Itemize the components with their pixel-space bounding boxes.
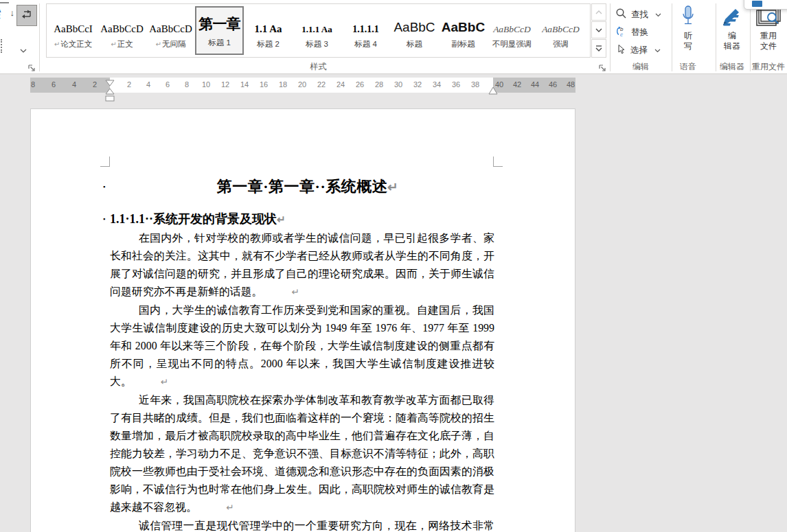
body-paragraph[interactable]: 国内，大学生的诚信教育工作历来受到党和国家的重视。自建国后，我国大学生诚信制度建… <box>110 301 494 391</box>
select-label: 选择 <box>630 45 648 56</box>
style-preview: AaBbC <box>391 11 437 37</box>
ruler-number: 4 <box>72 80 76 89</box>
style-gallery-item[interactable]: 1.1.1 Aa标题 3 <box>293 6 341 55</box>
chevron-down-icon <box>655 10 661 19</box>
style-label: 标题 4 <box>343 39 389 49</box>
sort-icon[interactable]: AZ↓ <box>0 8 14 25</box>
style-preview: 1.1 Aa <box>245 11 291 37</box>
ruler-number: 46 <box>549 80 557 89</box>
ruler-number: 40 <box>495 80 503 89</box>
search-icon <box>615 8 627 21</box>
style-label: 标题 3 <box>294 39 340 49</box>
group-separator <box>672 3 672 71</box>
reuse-files-label: 重用文件 <box>760 31 777 51</box>
select-button[interactable]: 选择 <box>615 43 661 58</box>
ruler-number: 48 <box>567 80 575 89</box>
find-button[interactable]: 查找 <box>615 7 661 22</box>
word-window: { "colors": { "accent_blue": "#2e75b6", … <box>0 0 787 532</box>
document-content: ▪ 第一章·第一章··系统概述↵ ▪ 1.1·1.1··系统开发的背景及现状↵ … <box>110 176 494 532</box>
ruler-number: 42 <box>513 80 521 89</box>
replace-icon: b c <box>615 25 627 39</box>
ruler-number: 16 <box>260 80 268 89</box>
down-arrow-icon: ↓ <box>10 10 15 16</box>
ruler-number: 8 <box>31 80 35 89</box>
style-preview: AaBbCcD <box>489 11 535 37</box>
style-gallery-item[interactable]: AaBbC标题 <box>390 6 439 55</box>
ruler-number: 22 <box>317 80 326 89</box>
style-gallery: AaBbCcI↵论文正文AaBbCcD↵正文AaBbCcD↵无间隔第一章标题 1… <box>46 3 591 58</box>
chevron-down-icon <box>654 45 661 55</box>
borders-icon[interactable] <box>1 39 3 53</box>
replace-button[interactable]: b c 替换 <box>615 25 648 40</box>
style-label: ↵无间隔 <box>148 39 194 49</box>
section-heading[interactable]: ▪ 1.1·1.1··系统开发的背景及现状↵ <box>110 209 494 229</box>
ruler-number: 24 <box>337 80 345 89</box>
style-label: 强调 <box>538 39 584 49</box>
ruler-number: 44 <box>531 80 539 89</box>
style-gallery-item[interactable]: AaBbCcD不明显强调 <box>488 6 536 55</box>
style-gallery-item[interactable]: 1.1 Aa标题 2 <box>244 6 293 55</box>
style-gallery-item[interactable]: 第一章标题 1 <box>195 6 244 55</box>
gallery-scroll-up-button[interactable] <box>591 3 606 21</box>
style-preview: AaBbCcI <box>50 11 96 37</box>
paragraph-property-mark: ▪ <box>103 216 105 222</box>
gallery-more-button[interactable] <box>591 39 606 58</box>
paragraph-mark-icon: ↵ <box>156 41 161 48</box>
ruler-number: 14 <box>240 80 249 89</box>
ruler-number: 12 <box>221 80 229 89</box>
ruler-number: 4 <box>146 80 150 89</box>
ruler-number: 34 <box>433 80 441 89</box>
group-separator <box>39 3 40 71</box>
cursor-arrow-icon <box>615 44 626 57</box>
document-page[interactable]: ▪ 第一章·第一章··系统概述↵ ▪ 1.1·1.1··系统开发的背景及现状↵ … <box>30 108 575 532</box>
paragraph-property-mark: ▪ <box>103 184 106 190</box>
ruler-number: 2 <box>127 80 131 89</box>
chapter-title-text: 第一章·第一章··系统概述 <box>217 178 388 195</box>
ruler-strip: 8642246810121416182022242628303234363840… <box>0 74 787 103</box>
style-preview: AaBbCcD <box>148 11 194 37</box>
styles-dialog-launcher[interactable] <box>598 63 607 72</box>
show-formatting-marks-button[interactable] <box>16 5 37 26</box>
style-preview: 第一章 <box>196 10 242 36</box>
gallery-scroll-down-button[interactable] <box>591 21 606 38</box>
ruler-number: 28 <box>375 80 383 89</box>
style-label: 标题 <box>391 39 437 49</box>
chevron-down-icon[interactable] <box>20 43 27 56</box>
replace-label: 替换 <box>631 27 648 38</box>
show-marks-icon <box>20 9 34 23</box>
horizontal-ruler[interactable]: 8642246810121416182022242628303234363840… <box>30 78 575 93</box>
reuse-files-button[interactable]: 重用文件 <box>751 3 786 60</box>
dictate-label: 听写 <box>684 31 692 51</box>
style-label: 副标题 <box>440 39 486 49</box>
style-gallery-item[interactable]: AaBbCcI↵论文正文 <box>49 6 98 55</box>
paragraph-mark-icon: ↵ <box>111 41 116 48</box>
chapter-title[interactable]: ▪ 第一章·第一章··系统概述↵ <box>110 176 494 198</box>
style-preview: AaBbC <box>440 11 486 37</box>
ruler-number: 20 <box>298 80 306 89</box>
style-gallery-item[interactable]: AaBbCcD↵无间隔 <box>146 6 195 55</box>
dictate-button[interactable]: 听写 <box>673 3 703 60</box>
style-gallery-items: AaBbCcI↵论文正文AaBbCcD↵正文AaBbCcD↵无间隔第一章标题 1… <box>49 5 585 56</box>
ruler-number: 26 <box>356 80 364 89</box>
blue-chip-icon <box>752 1 762 7</box>
editor-label: 编辑器 <box>724 31 740 51</box>
body-paragraph[interactable]: 近年来，我国高职院校在探索办学体制改革和教育教学改革方面都已取得了有目共睹的成绩… <box>110 391 494 517</box>
style-gallery-item[interactable]: AaBbC副标题 <box>439 6 488 55</box>
style-gallery-item[interactable]: AaBbCcD↵正文 <box>98 6 146 55</box>
body-paragraph[interactable]: 在国内外，针对学校的教师或者学生的诚信问题，早已引起很多学者、家长和社会的关注。… <box>110 229 494 301</box>
ruler-number: 32 <box>413 80 422 89</box>
text-boundary-mark <box>493 157 503 167</box>
reuse-group-label: 重用文件 <box>749 61 787 73</box>
body-paragraph[interactable]: 诚信管理一直是现代管理学中的一个重要研究方向，现在，网络技术非常发达，任何人进入… <box>110 517 494 532</box>
paragraph-dialog-launcher[interactable] <box>27 63 36 72</box>
style-gallery-item[interactable]: 1.1.1.1标题 4 <box>341 6 390 55</box>
svg-text:c: c <box>620 32 623 37</box>
clipped-icon-fragment <box>0 0 9 3</box>
microphone-icon <box>681 3 696 31</box>
editor-button[interactable]: 编辑器 <box>717 3 747 60</box>
ruler-left-margin <box>30 78 110 93</box>
style-label: ↵论文正文 <box>50 39 96 49</box>
ruler-number: 6 <box>166 80 170 89</box>
editing-group-label: 编辑 <box>611 61 670 73</box>
style-gallery-item[interactable]: AaBbCcD强调 <box>536 6 585 55</box>
